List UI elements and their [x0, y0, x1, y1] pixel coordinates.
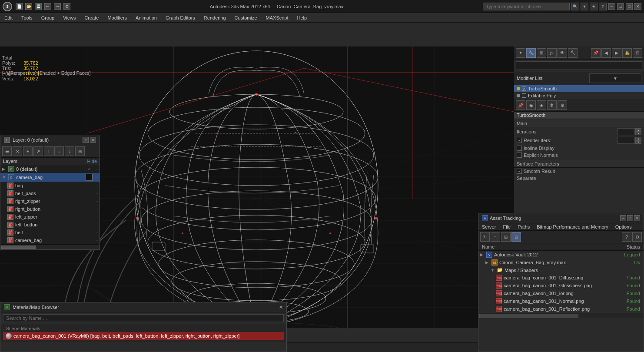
layers-add-btn[interactable]: +: [23, 146, 33, 156]
asset-row-maps-folder[interactable]: ▼ 📁 Maps / Shaders: [478, 266, 644, 274]
menu-rendering[interactable]: Rendering: [199, 13, 230, 23]
layer-item-camera-bag-sub[interactable]: 🎒 camera_bag ···: [0, 236, 100, 244]
layer-item-belt-pads[interactable]: 🎒 belt_pads ···: [0, 189, 100, 197]
asset-row-vault[interactable]: ▶ V Autodesk Vault 2012 Logged: [478, 251, 644, 259]
menu-create[interactable]: Create: [80, 13, 103, 23]
smooth-result-checkbox[interactable]: ✓: [517, 169, 522, 174]
remove-modifier-btn[interactable]: 🗑: [547, 100, 557, 110]
layer-item-right-button[interactable]: 🎒 right_button ···: [0, 205, 100, 213]
asset-tracking-close-btn[interactable]: ✕: [634, 215, 640, 221]
layers-delete-btn[interactable]: ✕: [13, 146, 22, 156]
create-panel-btn[interactable]: ✦: [516, 48, 525, 58]
layer-item-bag[interactable]: 🎒 bag ···: [0, 182, 100, 189]
asset-row-normal[interactable]: PNG camera_bag_canon_001_Normal.png Foun…: [478, 297, 644, 305]
layers-collapse-btn[interactable]: ↕: [65, 146, 74, 156]
layers-select-btn[interactable]: ↗: [33, 146, 43, 156]
asset-row-glossiness[interactable]: PNG camera_bag_canon_001_Glossiness.png …: [478, 282, 644, 289]
layer-item-left-zipper[interactable]: 🎒 left_zipper ···: [0, 213, 100, 221]
asset-refresh-btn[interactable]: ↻: [480, 232, 490, 242]
asset-settings-btn[interactable]: ⚙: [632, 232, 642, 242]
search-options-btn[interactable]: ▼: [581, 3, 588, 10]
window-restore-btn[interactable]: ❐: [617, 3, 624, 10]
menu-edit[interactable]: Edit: [0, 13, 17, 23]
explicit-normals-checkbox[interactable]: [517, 153, 522, 158]
asset-menu-server[interactable]: Server: [478, 223, 499, 230]
asset-help-btn[interactable]: ?: [622, 232, 631, 242]
modifier-editable-poly[interactable]: Editable Poly: [514, 92, 644, 99]
layers-scrollbar[interactable]: [0, 244, 100, 249]
asset-menu-paths[interactable]: Paths: [514, 223, 533, 230]
menu-help[interactable]: Help: [293, 13, 312, 23]
modify-panel-btn[interactable]: 🔧: [526, 48, 536, 58]
settings-btn[interactable]: ⚙: [63, 3, 70, 10]
iterations-spinner[interactable]: 0 ▲ ▼: [617, 128, 641, 135]
save-file-btn[interactable]: 💾: [35, 3, 42, 10]
undo-btn[interactable]: ↩: [44, 3, 51, 10]
window-minimize-btn[interactable]: ─: [608, 3, 615, 10]
menu-modifiers[interactable]: Modifiers: [103, 13, 131, 23]
asset-list-btn[interactable]: ≡: [491, 232, 500, 242]
lock-btn[interactable]: 🔒: [622, 48, 632, 58]
layer-item-default[interactable]: ▶ 0 0 (default) ✓ ···: [0, 165, 100, 173]
layer-item-right-zipper[interactable]: 🎒 right_zipper ···: [0, 197, 100, 205]
pin-btn[interactable]: 📌: [591, 48, 601, 58]
layer-0-check[interactable]: ✓: [86, 166, 93, 172]
asset-scrollbar[interactable]: [478, 313, 644, 318]
mat-search-input[interactable]: [3, 314, 284, 322]
iterations-input[interactable]: 0: [617, 128, 635, 135]
show-end-result-btn[interactable]: ◉: [526, 100, 536, 110]
modifier-enabled-check[interactable]: ✓: [522, 86, 526, 91]
pin-stack-btn[interactable]: 📌: [516, 100, 525, 110]
window-close-btn[interactable]: ✕: [634, 3, 641, 10]
menu-maxscript[interactable]: MAXScript: [262, 13, 293, 23]
utilities-panel-btn[interactable]: 🔨: [568, 48, 578, 58]
layers-create-btn[interactable]: ☰: [2, 146, 12, 156]
layers-hide-btn[interactable]: Hide: [87, 159, 97, 164]
help-btn[interactable]: ?: [599, 3, 607, 10]
expand-btn[interactable]: ⊡: [633, 48, 642, 58]
layers-close-btn[interactable]: ✕: [90, 137, 96, 143]
hierarchy-panel-btn[interactable]: ⊞: [537, 48, 546, 58]
menu-graph-editors[interactable]: Graph Editors: [161, 13, 199, 23]
prev-btn[interactable]: ◀: [601, 48, 611, 58]
asset-row-ior[interactable]: PNG camera_bag_canon_001_ior.png Found: [478, 289, 644, 297]
keyword-search-input[interactable]: [483, 3, 570, 10]
render-iters-spinner[interactable]: 2 ▲ ▼: [617, 137, 641, 144]
modifier-list-dropdown[interactable]: ▼: [589, 73, 641, 83]
redo-btn[interactable]: ↪: [54, 3, 61, 10]
render-iters-down-btn[interactable]: ▼: [635, 140, 641, 144]
asset-menu-options[interactable]: Options: [612, 223, 635, 230]
menu-animation[interactable]: Animation: [131, 13, 161, 23]
layers-options-btn[interactable]: ⊞: [75, 146, 85, 156]
render-iters-input[interactable]: 2: [617, 137, 635, 144]
layer-item-left-button[interactable]: 🎒 left_button ···: [0, 221, 100, 229]
menu-tools[interactable]: Tools: [17, 13, 37, 23]
make-unique-btn[interactable]: ◈: [537, 100, 546, 110]
layers-move-btn[interactable]: ↑: [44, 146, 53, 156]
asset-row-diffuse[interactable]: PNG camera_bag_canon_001_Diffuse.png Fou…: [478, 274, 644, 282]
search-extra-btn[interactable]: ★: [590, 3, 598, 10]
modifier-turbosmooth[interactable]: ✓ TurboSmooth: [514, 85, 644, 92]
new-file-btn[interactable]: 📄: [16, 3, 23, 10]
asset-details-btn[interactable]: ⊟: [511, 232, 521, 242]
menu-customize[interactable]: Customize: [230, 13, 262, 23]
asset-menu-bitmap-perf[interactable]: Bitmap Performance and Memory: [533, 223, 611, 230]
next-btn[interactable]: ▶: [612, 48, 621, 58]
mat-close-btn[interactable]: ✕: [279, 305, 283, 310]
iterations-up-btn[interactable]: ▲: [635, 128, 641, 132]
asset-row-maxfile[interactable]: ▶ M Canon_Camera_Bag_vray.max Ok: [478, 259, 644, 266]
search-btn[interactable]: 🔍: [571, 3, 579, 10]
asset-tracking-max-btn[interactable]: □: [627, 215, 633, 221]
menu-group[interactable]: Group: [37, 13, 59, 23]
modifier-enabled-check2[interactable]: [522, 93, 526, 98]
asset-tracking-min-btn[interactable]: ─: [620, 215, 626, 221]
motion-panel-btn[interactable]: ▷: [547, 48, 557, 58]
menu-views[interactable]: Views: [59, 13, 80, 23]
asset-menu-file[interactable]: File: [499, 223, 514, 230]
window-maximize-btn[interactable]: □: [626, 3, 633, 10]
layer-item-camera-bag[interactable]: ▼ C camera_bag ···: [0, 173, 100, 182]
layer-camerabag-box[interactable]: [86, 174, 93, 181]
render-iters-up-btn[interactable]: ▲: [635, 137, 641, 140]
layers-scroll-thumb[interactable]: [1, 246, 36, 249]
isoline-checkbox[interactable]: [517, 146, 522, 151]
